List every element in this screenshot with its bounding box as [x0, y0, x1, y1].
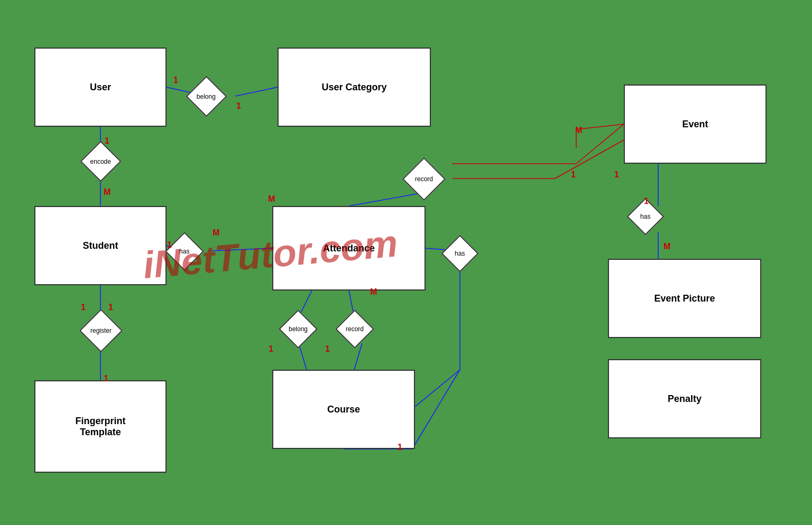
- relationship-encode: encode: [80, 141, 122, 182]
- entity-fingerprint: Fingerprint Template: [34, 380, 167, 473]
- diagram-container: User User Category Event Student Attenda…: [0, 0, 812, 525]
- cardinality-user-encode: 1: [105, 136, 109, 146]
- cardinality-has3-eventpicture: M: [663, 242, 670, 251]
- cardinality-attendance-record: M: [268, 194, 275, 204]
- entity-user-category: User Category: [278, 48, 431, 127]
- svg-line-1: [235, 87, 278, 96]
- entity-penalty: Penalty: [608, 359, 761, 438]
- relationship-belong1: belong: [186, 76, 227, 117]
- cardinality-register-fingerprint: 1: [104, 374, 108, 383]
- cardinality-student-has1: 1: [167, 240, 172, 250]
- entity-event-picture: Event Picture: [608, 259, 761, 338]
- cardinality-has1-attendance: M: [213, 228, 219, 238]
- svg-line-15: [415, 370, 460, 407]
- relationship-record1: record: [402, 157, 446, 201]
- relationship-belong2: belong: [279, 310, 318, 349]
- cardinality-event-top: M: [575, 126, 582, 135]
- svg-line-23: [412, 370, 460, 449]
- cardinality-student-register2: 1: [108, 303, 113, 312]
- entity-student: Student: [34, 206, 167, 285]
- cardinality-attendance-has2: M: [370, 287, 377, 297]
- relationship-has1: has: [165, 232, 204, 271]
- cardinality-belong2-top: 1: [269, 344, 273, 354]
- svg-line-10: [576, 124, 624, 129]
- cardinality-course-bottom: 1: [398, 443, 402, 452]
- cardinality-record2-top: 1: [325, 344, 330, 354]
- svg-line-8: [555, 140, 624, 179]
- cardinality-encode-student: M: [104, 188, 110, 197]
- cardinality-user-belong: 1: [173, 76, 178, 85]
- cardinality-event-has3: 1: [644, 196, 649, 206]
- svg-line-5: [211, 248, 272, 251]
- entity-attendance: Attendance: [272, 206, 426, 290]
- svg-line-6: [349, 193, 423, 206]
- entity-course: Course: [272, 370, 415, 449]
- cardinality-record-event1: 1: [571, 170, 576, 180]
- cardinality-record-event2: 1: [614, 170, 619, 180]
- svg-line-25: [576, 124, 624, 164]
- cardinality-belong-usercategory: 1: [236, 101, 241, 111]
- entity-user: User: [34, 48, 167, 127]
- relationship-has2: has: [441, 235, 479, 273]
- relationship-record2: record: [335, 310, 374, 349]
- cardinality-student-register1: 1: [81, 303, 86, 312]
- entity-event: Event: [624, 85, 767, 164]
- relationship-register: register: [79, 309, 123, 352]
- svg-line-19: [299, 343, 307, 370]
